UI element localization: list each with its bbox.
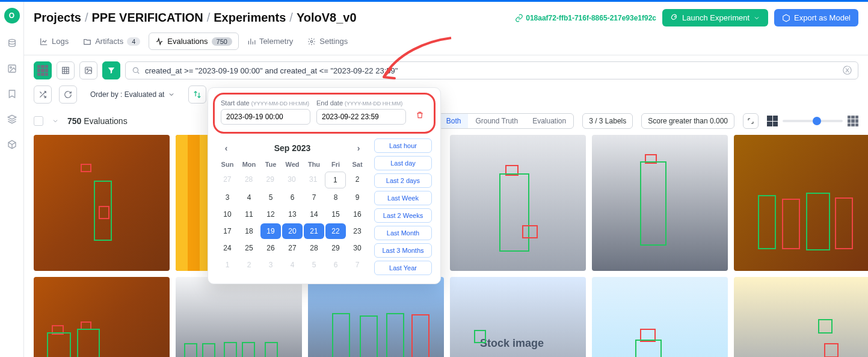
fullscreen-button[interactable]	[743, 113, 759, 129]
crumb-experiment-name[interactable]: YoloV8_v0	[297, 11, 357, 25]
calendar-day[interactable]: 6	[282, 190, 303, 205]
calendar-day[interactable]: 17	[217, 223, 238, 239]
calendar-day[interactable]: 31	[303, 172, 324, 188]
calendar-day[interactable]: 7	[347, 257, 368, 273]
select-all-checkbox[interactable]	[34, 116, 43, 126]
calendar-day[interactable]: 2	[239, 257, 259, 273]
calendar-day[interactable]: 30	[282, 172, 302, 188]
calendar-day[interactable]: 13	[282, 206, 303, 222]
image-icon[interactable]	[7, 63, 17, 74]
calendar-day[interactable]: 28	[239, 172, 259, 188]
calendar-day[interactable]: 8	[325, 190, 346, 205]
calendar-day[interactable]: 5	[260, 190, 281, 205]
calendar-day[interactable]: 29	[325, 240, 346, 256]
labels-select[interactable]: 3 / 3 Labels	[582, 113, 633, 129]
tab-artifacts[interactable]: Artifacts4	[77, 33, 146, 49]
prev-month-button[interactable]: ‹	[219, 141, 233, 155]
calendar-day[interactable]: 6	[325, 257, 346, 273]
calendar-day[interactable]: 27	[217, 172, 238, 188]
clear-dates-button[interactable]	[412, 107, 428, 125]
eval-card[interactable]	[34, 135, 170, 271]
start-date-input[interactable]	[221, 109, 310, 125]
calendar-day[interactable]: 23	[347, 223, 368, 239]
quick-range-last-week[interactable]: Last Week	[374, 191, 432, 205]
calendar-day[interactable]: 14	[304, 206, 324, 222]
grid-large-icon[interactable]	[767, 116, 778, 126]
quick-range-last-2-days[interactable]: Last 2 days	[374, 173, 432, 188]
calendar-day[interactable]: 4	[282, 257, 303, 273]
tab-logs[interactable]: Logs	[34, 33, 75, 49]
calendar-day[interactable]: 30	[347, 240, 368, 256]
calendar-day[interactable]: 19	[260, 223, 281, 239]
seg-both[interactable]: Both	[439, 114, 469, 128]
quick-range-last-2-weeks[interactable]: Last 2 Weeks	[374, 208, 432, 223]
quick-range-last-month[interactable]: Last Month	[374, 226, 432, 240]
calendar-day[interactable]: 12	[260, 206, 281, 222]
thumbnail-size-slider[interactable]	[783, 120, 843, 122]
single-view-button[interactable]	[79, 61, 97, 79]
eval-card[interactable]	[34, 277, 170, 357]
eval-card[interactable]: Stock image	[450, 277, 586, 357]
next-month-button[interactable]: ›	[351, 141, 366, 155]
eval-card[interactable]	[734, 277, 868, 357]
refresh-button[interactable]	[59, 85, 77, 104]
calendar-day[interactable]: 2	[347, 172, 368, 188]
crumb-projects[interactable]: Projects	[34, 11, 81, 25]
app-logo[interactable]: O	[4, 8, 20, 23]
run-id[interactable]: 018aaf72-ffb1-716f-8865-217e93e1f92c	[515, 14, 656, 22]
score-select[interactable]: Score greater than 0.000	[641, 113, 734, 129]
quick-range-last-day[interactable]: Last day	[374, 156, 432, 170]
calendar-day[interactable]: 1	[325, 172, 346, 188]
order-by-select[interactable]: Order by : Evaluated at	[84, 87, 181, 102]
calendar-day[interactable]: 9	[347, 190, 368, 205]
seg-ground-truth[interactable]: Ground Truth	[468, 114, 525, 128]
calendar-day[interactable]: 3	[260, 257, 281, 273]
bookmark-icon[interactable]	[7, 88, 17, 99]
database-icon[interactable]	[7, 38, 17, 49]
end-date-input[interactable]	[316, 109, 406, 125]
grid-view-button[interactable]	[34, 61, 52, 79]
calendar-day[interactable]: 27	[282, 240, 303, 256]
eval-card[interactable]	[734, 135, 868, 271]
calendar-day[interactable]: 26	[260, 240, 281, 256]
launch-experiment-button[interactable]: Launch Experiment	[662, 9, 768, 26]
seg-evaluation[interactable]: Evaluation	[525, 114, 573, 128]
calendar-day[interactable]: 22	[325, 223, 346, 239]
export-model-button[interactable]: Export as Model	[774, 9, 858, 26]
shuffle-button[interactable]	[34, 85, 52, 104]
calendar-day[interactable]: 18	[239, 223, 259, 239]
eval-card[interactable]	[308, 277, 444, 357]
crumb-experiments[interactable]: Experiments	[214, 11, 286, 25]
quick-range-last-3-months[interactable]: Last 3 Months	[374, 243, 432, 258]
quick-range-last-year[interactable]: Last Year	[374, 261, 432, 275]
package-icon[interactable]	[7, 139, 17, 150]
tab-settings[interactable]: Settings	[301, 33, 354, 49]
calendar-day[interactable]: 16	[347, 206, 368, 222]
calendar-day[interactable]: 21	[304, 223, 324, 239]
calendar-day[interactable]: 29	[260, 172, 280, 188]
grid-small-icon[interactable]	[848, 116, 858, 126]
calendar-day[interactable]: 1	[217, 257, 238, 273]
quick-range-last-hour[interactable]: Last hour	[374, 138, 432, 153]
calendar-day[interactable]: 20	[282, 223, 303, 239]
clear-search-icon[interactable]: ⓧ	[843, 65, 852, 76]
calendar-day[interactable]: 24	[217, 240, 238, 256]
calendar-day[interactable]: 28	[304, 240, 324, 256]
calendar-day[interactable]: 4	[239, 190, 259, 205]
eval-card[interactable]	[176, 277, 302, 357]
search-field-wrap[interactable]: ⓧ	[125, 61, 858, 79]
tab-evaluations[interactable]: Evaluations750	[149, 33, 239, 50]
calendar-day[interactable]: 5	[304, 257, 324, 273]
calendar-day[interactable]: 3	[217, 190, 238, 205]
calendar-day[interactable]: 15	[325, 206, 346, 222]
search-input[interactable]	[145, 66, 838, 75]
crumb-project-name[interactable]: PPE VERIFICATION	[92, 11, 203, 25]
eval-card[interactable]	[592, 277, 728, 357]
calendar-day[interactable]: 25	[239, 240, 259, 256]
calendar-day[interactable]: 10	[217, 206, 238, 222]
calendar-day[interactable]: 7	[304, 190, 324, 205]
filter-button[interactable]	[102, 61, 120, 79]
chevron-down-icon[interactable]	[52, 117, 59, 125]
calendar-day[interactable]: 11	[239, 206, 259, 222]
eval-card[interactable]	[592, 135, 728, 271]
